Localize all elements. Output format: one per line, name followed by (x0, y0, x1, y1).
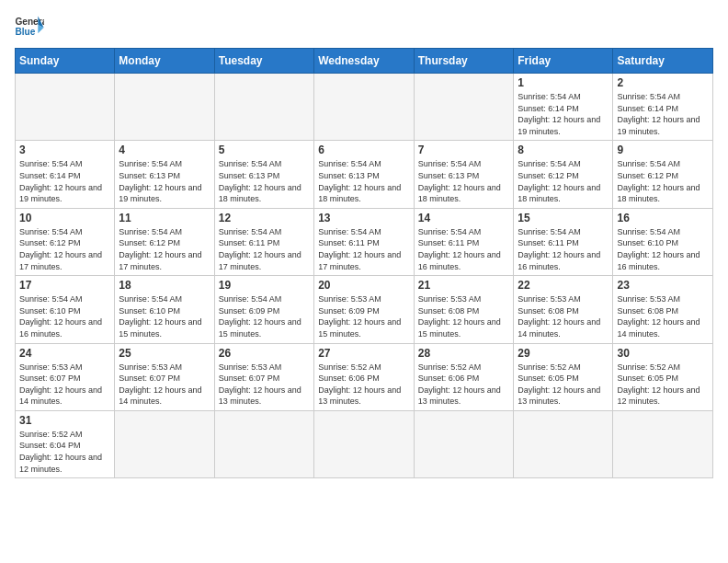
day-info: Sunrise: 5:54 AM Sunset: 6:09 PM Dayligh… (219, 293, 310, 339)
day-info: Sunrise: 5:54 AM Sunset: 6:13 PM Dayligh… (318, 158, 410, 204)
day-info: Sunrise: 5:54 AM Sunset: 6:14 PM Dayligh… (617, 91, 709, 137)
calendar-week-4: 17Sunrise: 5:54 AM Sunset: 6:10 PM Dayli… (16, 276, 713, 343)
calendar-cell: 6Sunrise: 5:54 AM Sunset: 6:13 PM Daylig… (314, 141, 415, 208)
calendar-cell: 17Sunrise: 5:54 AM Sunset: 6:10 PM Dayli… (16, 276, 115, 343)
calendar-cell: 14Sunrise: 5:54 AM Sunset: 6:11 PM Dayli… (414, 208, 513, 275)
calendar-cell: 15Sunrise: 5:54 AM Sunset: 6:11 PM Dayli… (514, 208, 613, 275)
day-info: Sunrise: 5:53 AM Sunset: 6:08 PM Dayligh… (518, 293, 609, 339)
day-info: Sunrise: 5:53 AM Sunset: 6:07 PM Dayligh… (219, 362, 310, 408)
calendar-cell: 9Sunrise: 5:54 AM Sunset: 6:12 PM Daylig… (613, 141, 713, 208)
calendar-cell: 7Sunrise: 5:54 AM Sunset: 6:13 PM Daylig… (414, 141, 513, 208)
calendar-cell: 16Sunrise: 5:54 AM Sunset: 6:10 PM Dayli… (613, 208, 713, 275)
calendar-cell: 22Sunrise: 5:53 AM Sunset: 6:08 PM Dayli… (514, 276, 613, 343)
day-info: Sunrise: 5:54 AM Sunset: 6:11 PM Dayligh… (219, 226, 310, 272)
calendar-cell (115, 410, 214, 477)
day-number: 17 (19, 279, 110, 292)
calendar-cell (115, 74, 214, 141)
day-info: Sunrise: 5:52 AM Sunset: 6:06 PM Dayligh… (318, 362, 410, 408)
day-number: 19 (219, 279, 310, 292)
calendar-cell: 25Sunrise: 5:53 AM Sunset: 6:07 PM Dayli… (115, 343, 214, 410)
logo-icon: General Blue (15, 15, 44, 40)
day-number: 31 (19, 414, 110, 427)
calendar-week-5: 24Sunrise: 5:53 AM Sunset: 6:07 PM Dayli… (16, 343, 713, 410)
day-info: Sunrise: 5:53 AM Sunset: 6:09 PM Dayligh… (318, 293, 410, 339)
calendar-cell: 3Sunrise: 5:54 AM Sunset: 6:14 PM Daylig… (16, 141, 115, 208)
header: General Blue (15, 15, 713, 40)
day-number: 23 (617, 279, 709, 292)
calendar-cell: 2Sunrise: 5:54 AM Sunset: 6:14 PM Daylig… (613, 74, 713, 141)
calendar-cell: 8Sunrise: 5:54 AM Sunset: 6:12 PM Daylig… (514, 141, 613, 208)
day-number: 16 (617, 212, 709, 224)
day-number: 7 (418, 144, 509, 156)
day-number: 8 (518, 144, 609, 156)
day-number: 5 (219, 144, 310, 156)
day-number: 25 (119, 347, 210, 360)
calendar-cell: 4Sunrise: 5:54 AM Sunset: 6:13 PM Daylig… (115, 141, 214, 208)
calendar-cell: 11Sunrise: 5:54 AM Sunset: 6:12 PM Dayli… (115, 208, 214, 275)
calendar-cell: 10Sunrise: 5:54 AM Sunset: 6:12 PM Dayli… (16, 208, 115, 275)
weekday-header-wednesday: Wednesday (314, 49, 415, 74)
svg-text:Blue: Blue (15, 27, 35, 37)
day-number: 15 (518, 212, 609, 224)
calendar-cell: 5Sunrise: 5:54 AM Sunset: 6:13 PM Daylig… (214, 141, 313, 208)
calendar-cell (214, 410, 313, 477)
day-info: Sunrise: 5:54 AM Sunset: 6:12 PM Dayligh… (518, 158, 609, 204)
day-number: 12 (219, 212, 310, 224)
weekday-header-friday: Friday (514, 49, 613, 74)
day-number: 30 (617, 347, 709, 360)
weekday-header-tuesday: Tuesday (214, 49, 313, 74)
day-info: Sunrise: 5:52 AM Sunset: 6:05 PM Dayligh… (518, 362, 609, 408)
calendar-cell (414, 410, 513, 477)
day-info: Sunrise: 5:54 AM Sunset: 6:10 PM Dayligh… (119, 293, 210, 339)
day-number: 2 (617, 76, 709, 89)
day-info: Sunrise: 5:54 AM Sunset: 6:13 PM Dayligh… (418, 158, 509, 204)
calendar-cell (314, 410, 415, 477)
day-number: 13 (318, 212, 410, 224)
day-number: 4 (119, 144, 210, 156)
calendar-cell: 21Sunrise: 5:53 AM Sunset: 6:08 PM Dayli… (414, 276, 513, 343)
day-number: 1 (518, 76, 609, 89)
day-info: Sunrise: 5:54 AM Sunset: 6:14 PM Dayligh… (518, 91, 609, 137)
day-info: Sunrise: 5:54 AM Sunset: 6:13 PM Dayligh… (219, 158, 310, 204)
day-number: 10 (19, 212, 110, 224)
calendar-week-1: 1Sunrise: 5:54 AM Sunset: 6:14 PM Daylig… (16, 74, 713, 141)
weekday-header-sunday: Sunday (16, 49, 115, 74)
day-number: 3 (19, 144, 110, 156)
day-info: Sunrise: 5:54 AM Sunset: 6:13 PM Dayligh… (119, 158, 210, 204)
day-number: 11 (119, 212, 210, 224)
calendar-cell: 24Sunrise: 5:53 AM Sunset: 6:07 PM Dayli… (16, 343, 115, 410)
day-info: Sunrise: 5:53 AM Sunset: 6:08 PM Dayligh… (418, 293, 509, 339)
calendar-week-2: 3Sunrise: 5:54 AM Sunset: 6:14 PM Daylig… (16, 141, 713, 208)
calendar-cell (16, 74, 115, 141)
day-number: 20 (318, 279, 410, 292)
day-info: Sunrise: 5:54 AM Sunset: 6:10 PM Dayligh… (19, 293, 110, 339)
day-number: 28 (418, 347, 509, 360)
day-number: 27 (318, 347, 410, 360)
calendar-cell: 23Sunrise: 5:53 AM Sunset: 6:08 PM Dayli… (613, 276, 713, 343)
calendar-cell: 26Sunrise: 5:53 AM Sunset: 6:07 PM Dayli… (214, 343, 313, 410)
day-info: Sunrise: 5:53 AM Sunset: 6:07 PM Dayligh… (119, 362, 210, 408)
day-info: Sunrise: 5:54 AM Sunset: 6:11 PM Dayligh… (418, 226, 509, 272)
weekday-header-saturday: Saturday (613, 49, 713, 74)
calendar-cell: 13Sunrise: 5:54 AM Sunset: 6:11 PM Dayli… (314, 208, 415, 275)
weekday-header-row: SundayMondayTuesdayWednesdayThursdayFrid… (16, 49, 713, 74)
calendar-cell (414, 74, 513, 141)
calendar-cell (514, 410, 613, 477)
day-number: 18 (119, 279, 210, 292)
calendar-week-3: 10Sunrise: 5:54 AM Sunset: 6:12 PM Dayli… (16, 208, 713, 275)
day-number: 24 (19, 347, 110, 360)
calendar-cell: 20Sunrise: 5:53 AM Sunset: 6:09 PM Dayli… (314, 276, 415, 343)
day-info: Sunrise: 5:54 AM Sunset: 6:12 PM Dayligh… (119, 226, 210, 272)
calendar-cell: 19Sunrise: 5:54 AM Sunset: 6:09 PM Dayli… (214, 276, 313, 343)
day-info: Sunrise: 5:54 AM Sunset: 6:12 PM Dayligh… (617, 158, 709, 204)
calendar-cell: 1Sunrise: 5:54 AM Sunset: 6:14 PM Daylig… (514, 74, 613, 141)
calendar-cell: 28Sunrise: 5:52 AM Sunset: 6:06 PM Dayli… (414, 343, 513, 410)
day-info: Sunrise: 5:53 AM Sunset: 6:07 PM Dayligh… (19, 362, 110, 408)
calendar-cell: 30Sunrise: 5:52 AM Sunset: 6:05 PM Dayli… (613, 343, 713, 410)
day-info: Sunrise: 5:54 AM Sunset: 6:12 PM Dayligh… (19, 226, 110, 272)
calendar-cell: 27Sunrise: 5:52 AM Sunset: 6:06 PM Dayli… (314, 343, 415, 410)
calendar-cell (314, 74, 415, 141)
day-number: 6 (318, 144, 410, 156)
calendar-cell: 29Sunrise: 5:52 AM Sunset: 6:05 PM Dayli… (514, 343, 613, 410)
calendar-week-6: 31Sunrise: 5:52 AM Sunset: 6:04 PM Dayli… (16, 410, 713, 477)
